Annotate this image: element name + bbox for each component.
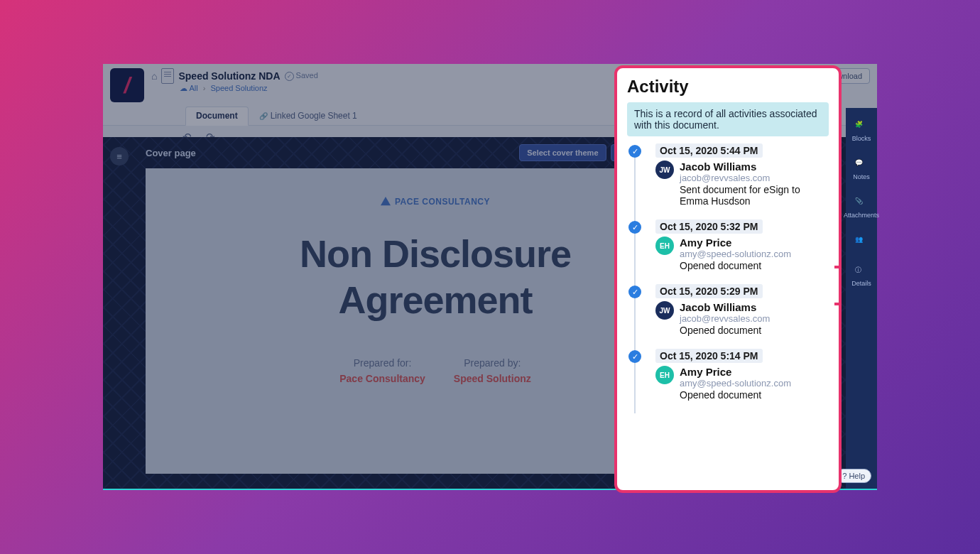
- app-window: / ⌂ Speed Solutionz NDA Saved ☁ All › Sp…: [103, 64, 877, 490]
- activity-user-name: Jacob Williams: [680, 301, 770, 313]
- prepared-by-label: Prepared by:: [454, 357, 531, 369]
- sidebar-item-notes[interactable]: 💬Notes: [846, 156, 877, 183]
- activity-action: Opened document: [680, 325, 770, 336]
- blocks-icon: 🧩: [855, 121, 868, 134]
- crumb-all[interactable]: All: [189, 84, 197, 92]
- tab-document[interactable]: Document: [185, 107, 249, 126]
- right-sidebar: 🧩Blocks 💬Notes 📎Attachments 👥 ⓘDetails: [846, 108, 877, 489]
- cloud-icon: ☁: [180, 84, 187, 92]
- activity-panel: Activity This is a record of all activit…: [614, 65, 842, 493]
- people-icon: 👥: [855, 236, 868, 249]
- doc-title: Speed Solutionz NDA: [178, 70, 280, 82]
- activity-time: Oct 15, 2020 5:29 PM: [655, 284, 763, 298]
- avatar: JW: [655, 301, 674, 320]
- check-icon: ✓: [628, 286, 641, 298]
- home-icon[interactable]: ⌂: [151, 70, 157, 82]
- check-icon: ✓: [628, 350, 641, 363]
- check-icon: ✓: [628, 145, 641, 158]
- activity-action: Opened document: [680, 389, 791, 401]
- saved-badge: Saved: [285, 71, 318, 81]
- activity-user-email: jacob@revvsales.com: [680, 313, 770, 324]
- brand-name: PACE CONSULTANCY: [395, 197, 490, 207]
- sidebar-item-share[interactable]: 👥: [846, 233, 877, 251]
- check-icon: ✓: [628, 221, 641, 234]
- activity-item: ✓ Oct 15, 2020 5:29 PM JW Jacob Williams…: [627, 284, 829, 349]
- avatar: EH: [655, 237, 674, 255]
- activity-user-email: amy@speed-solutionz.com: [680, 249, 791, 259]
- activity-title: Activity: [627, 77, 829, 97]
- activity-item: ✓ Oct 15, 2020 5:14 PM EH Amy Price amy@…: [627, 349, 829, 413]
- activity-user-name: Amy Price: [680, 237, 791, 249]
- document-icon: [161, 68, 174, 84]
- activity-time: Oct 15, 2020 5:14 PM: [655, 349, 763, 363]
- page-list-icon[interactable]: ≡: [110, 147, 129, 165]
- prepared-by-value: Speed Solutionz: [454, 373, 531, 384]
- activity-time: Oct 15, 2020 5:32 PM: [655, 219, 763, 234]
- select-cover-theme-button[interactable]: Select cover theme: [519, 144, 606, 161]
- activity-tab[interactable]: Activity: [834, 266, 842, 305]
- activity-action: Sent document for eSign to Emma Husdson: [680, 184, 829, 207]
- prepared-for-label: Prepared for:: [339, 357, 425, 369]
- info-icon: ⓘ: [855, 266, 868, 278]
- crumb-folder[interactable]: Speed Solutionz: [210, 84, 267, 92]
- sidebar-item-details[interactable]: ⓘDetails: [846, 263, 877, 290]
- avatar: EH: [655, 366, 674, 384]
- activity-item: ✓ Oct 15, 2020 5:44 PM JW Jacob Williams…: [627, 143, 829, 219]
- prepared-for-value: Pace Consultancy: [339, 373, 425, 384]
- activity-item: ✓ Oct 15, 2020 5:32 PM EH Amy Price amy@…: [627, 219, 829, 284]
- avatar: JW: [655, 161, 674, 179]
- activity-time: Oct 15, 2020 5:44 PM: [655, 143, 763, 158]
- cover-page-label: Cover page: [146, 148, 196, 158]
- notes-icon: 💬: [855, 159, 868, 172]
- link-icon: 🔗: [259, 112, 268, 120]
- sidebar-item-attachments[interactable]: 📎Attachments: [846, 195, 877, 222]
- help-icon: ?: [842, 472, 846, 480]
- brand-icon: [381, 197, 391, 207]
- tab-linked-sheet[interactable]: 🔗Linked Google Sheet 1: [249, 107, 368, 125]
- app-logo[interactable]: /: [110, 68, 144, 102]
- activity-action: Opened document: [680, 260, 791, 271]
- sidebar-item-blocks[interactable]: 🧩Blocks: [846, 118, 877, 145]
- activity-user-name: Amy Price: [680, 366, 791, 378]
- activity-user-email: jacob@revvsales.com: [680, 173, 829, 183]
- activity-user-email: amy@speed-solutionz.com: [680, 378, 791, 389]
- activity-list: ✓ Oct 15, 2020 5:44 PM JW Jacob Williams…: [627, 143, 829, 413]
- activity-user-name: Jacob Williams: [680, 161, 829, 173]
- paperclip-icon: 📎: [855, 197, 868, 210]
- activity-description: This is a record of all activities assoc…: [627, 102, 829, 136]
